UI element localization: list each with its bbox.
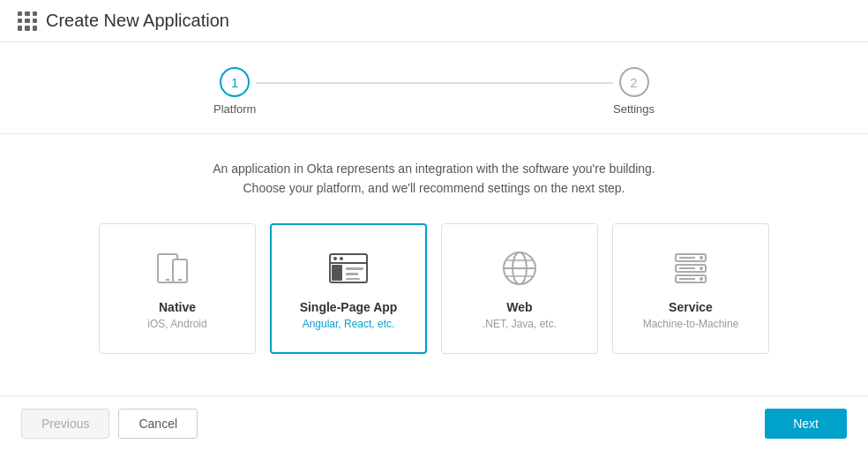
page-header: Create New Application [0, 0, 868, 42]
native-title: Native [159, 300, 196, 314]
spa-title: Single-Page App [300, 300, 398, 314]
svg-point-6 [333, 257, 337, 260]
step-settings: 2 Settings [613, 67, 655, 116]
service-subtitle: Machine-to-Machine [643, 318, 739, 330]
platform-card-spa[interactable]: Single-Page App Angular, React, etc. [270, 223, 427, 354]
step-platform: 1 Platform [213, 67, 256, 116]
description-section: An application in Okta represents an int… [0, 134, 868, 216]
service-title: Service [669, 300, 713, 314]
platform-card-web[interactable]: Web .NET, Java, etc. [441, 223, 598, 354]
footer-left-actions: Previous Cancel [21, 409, 198, 439]
step-circle-1: 1 [220, 67, 250, 97]
svg-rect-9 [346, 267, 363, 270]
svg-rect-8 [332, 265, 342, 281]
platform-card-native[interactable]: Native iOS, Android [99, 223, 256, 354]
svg-point-20 [700, 256, 703, 259]
svg-rect-10 [346, 273, 358, 275]
platform-cards: Native iOS, Android Single-Page App Angu… [0, 216, 868, 372]
web-subtitle: .NET, Java, etc. [483, 318, 557, 330]
native-subtitle: iOS, Android [147, 318, 206, 330]
spa-subtitle: Angular, React, etc. [303, 318, 395, 330]
stepper: 1 Platform 2 Settings [0, 42, 868, 134]
svg-point-22 [700, 277, 703, 281]
apps-grid-icon [18, 11, 37, 31]
previous-button[interactable]: Previous [21, 409, 109, 439]
description-line2: Choose your platform, and we'll recommen… [18, 178, 850, 198]
step-label-platform: Platform [213, 102, 256, 116]
cancel-button[interactable]: Cancel [118, 409, 198, 439]
svg-rect-11 [346, 278, 360, 280]
service-icon [670, 247, 712, 289]
web-icon [498, 247, 541, 289]
step-label-settings: Settings [613, 102, 655, 116]
page-title: Create New Application [46, 11, 229, 31]
spa-icon [327, 247, 370, 289]
step-circle-2: 2 [619, 67, 649, 97]
next-button[interactable]: Next [765, 409, 847, 439]
platform-card-service[interactable]: Service Machine-to-Machine [612, 223, 769, 354]
svg-point-21 [700, 267, 703, 270]
step-connector [256, 82, 613, 84]
svg-point-7 [340, 257, 343, 260]
description-line1: An application in Okta represents an int… [18, 159, 850, 178]
native-icon [156, 247, 198, 289]
web-title: Web [506, 300, 532, 314]
footer: Previous Cancel Next [0, 395, 868, 451]
